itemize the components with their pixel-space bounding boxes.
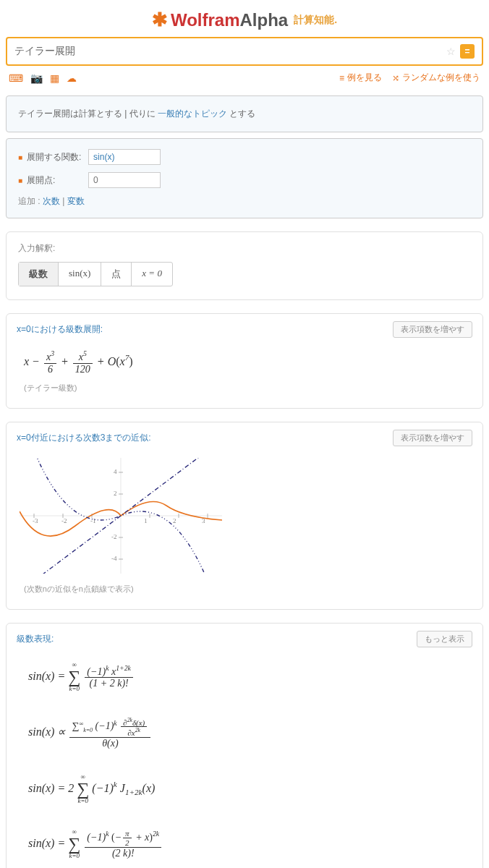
svg-text:-2: -2 [111, 533, 117, 540]
svg-text:2: 2 [114, 490, 117, 497]
interp-title: 入力解釈: [18, 242, 471, 255]
pod-title: x=0付近における次数3までの近似: [17, 432, 151, 444]
more-button[interactable]: もっと表示 [417, 631, 472, 647]
submit-button[interactable]: = [460, 44, 475, 59]
logo[interactable]: ✱ WolframAlpha 計算知能. [152, 9, 337, 31]
examples-link[interactable]: ≡例を見る [339, 72, 382, 84]
image-input-icon[interactable]: 📷 [30, 72, 43, 84]
interp-cell: x = 0 [132, 263, 172, 286]
brand-alpha: Alpha [240, 10, 289, 30]
formula-1: sin(x) = ∞∑k=0 (−1)k x1+2k(1 + 2 k)! [21, 658, 468, 697]
param-point-input[interactable] [88, 172, 161, 188]
param-func-label: 展開する関数: [27, 151, 88, 163]
series-representations-pod: 級数表現: もっと表示 sin(x) = ∞∑k=0 (−1)k x1+2k(1… [6, 623, 483, 868]
random-link[interactable]: ⤭ランダムな例を使う [392, 72, 480, 84]
hint-suffix: とする [227, 109, 255, 119]
wolfram-star-icon: ✱ [152, 9, 168, 31]
param-func-input[interactable] [88, 149, 161, 165]
toolbar: ⌨ 📷 ▦ ☁ ≡例を見る ⤭ランダムな例を使う [0, 66, 489, 90]
more-terms-button[interactable]: 表示項数を増やす [393, 430, 472, 446]
bullet-icon: ■ [18, 153, 22, 161]
formula-2: sin(x) ∝ ∑∞k=0 (−1)k ∂2kδ(x)∂x2k θ(x) [21, 712, 468, 754]
approximation-pod: x=0付近における次数3までの近似: 表示項数を増やす 123 -1-2-3 2… [6, 422, 483, 610]
header: ✱ WolframAlpha 計算知能. [0, 0, 489, 37]
assumption-box: テイラー展開は計算とする | 代りに 一般的なトピック とする [6, 95, 483, 132]
param-point-label: 展開点: [27, 174, 88, 187]
interp-row: 級数 sin(x) 点 x = 0 [18, 262, 173, 286]
svg-text:1: 1 [144, 517, 148, 524]
extended-keyboard-icon[interactable]: ⌨ [9, 72, 23, 84]
topic-link[interactable]: 一般的なトピック [158, 109, 227, 119]
brand-tag: 計算知能. [294, 14, 337, 27]
pod-title: x=0における級数展開: [17, 323, 103, 336]
parameters-box: ■ 展開する関数: ■ 展開点: 追加 : 次数 | 変数 [6, 138, 483, 218]
shuffle-icon: ⤭ [392, 73, 399, 83]
search-bar[interactable]: ☆ = [6, 37, 483, 66]
search-input[interactable] [14, 46, 446, 57]
svg-text:-4: -4 [111, 555, 117, 562]
pod-title: 級数表現: [17, 633, 54, 645]
add-variable-link[interactable]: 変数 [67, 196, 85, 206]
data-input-icon[interactable]: ▦ [50, 72, 59, 84]
add-degree-link[interactable]: 次数 [43, 196, 60, 206]
favorite-icon[interactable]: ☆ [446, 46, 456, 57]
bullet-icon: ■ [18, 176, 22, 184]
file-upload-icon[interactable]: ☁ [67, 72, 77, 84]
plot: 123 -1-2-3 24 -2-4 [17, 454, 472, 581]
list-icon: ≡ [339, 73, 344, 83]
brand-wolfram: Wolfram [171, 10, 240, 30]
svg-text:-3: -3 [33, 517, 38, 524]
hint-prefix: テイラー展開は計算とする | 代りに [18, 109, 158, 119]
svg-text:4: 4 [114, 468, 117, 475]
formula-3: sin(x) = 2 ∞∑k=0 (−1)k J1+2k(x) [21, 770, 468, 809]
plot-caption: (次数nの近似をn点鎖線で表示) [17, 581, 472, 597]
svg-text:-2: -2 [61, 517, 67, 524]
more-terms-button[interactable]: 表示項数を増やす [393, 321, 472, 338]
interp-cell: 点 [101, 263, 132, 286]
interp-cell: sin(x) [59, 263, 101, 286]
param-add-row: 追加 : 次数 | 変数 [18, 195, 471, 208]
series-caption: (テイラー級数) [17, 380, 472, 396]
interp-cell: 級数 [19, 263, 59, 286]
svg-text:2: 2 [173, 517, 177, 524]
svg-text:-1: -1 [90, 517, 96, 524]
series-formula: x − x36 + x5120 + O(x7) [17, 345, 472, 380]
series-expansion-pod: x=0における級数展開: 表示項数を増やす x − x36 + x5120 + … [6, 313, 483, 409]
formula-4: sin(x) = ∞∑k=0 (−1)k (−π2 + x)2k(2 k)! [21, 825, 468, 864]
interpretation-pod: 入力解釈: 級数 sin(x) 点 x = 0 [6, 231, 483, 300]
